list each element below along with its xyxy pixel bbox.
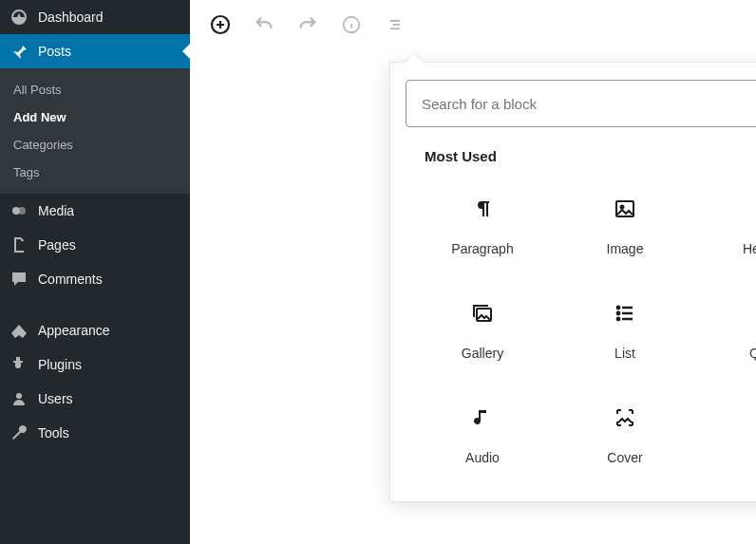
comments-icon xyxy=(9,270,28,289)
dashboard-icon xyxy=(9,8,28,27)
block-label: Cover xyxy=(607,450,642,465)
paragraph-icon xyxy=(471,197,494,220)
nav-plugins[interactable]: Plugins xyxy=(0,347,190,382)
submenu-add-new[interactable]: Add New xyxy=(0,103,190,131)
block-file[interactable]: File xyxy=(696,384,756,488)
block-label: Paragraph xyxy=(451,241,513,256)
nav-users[interactable]: Users xyxy=(0,382,190,416)
block-label: Image xyxy=(607,241,644,256)
media-icon xyxy=(9,201,28,220)
undo-button[interactable] xyxy=(253,13,275,36)
image-icon xyxy=(614,197,636,220)
nav-label: Plugins xyxy=(38,357,82,372)
section-title: Most Used xyxy=(425,148,497,164)
nav-posts[interactable]: Posts xyxy=(0,34,190,68)
svg-point-9 xyxy=(617,312,619,314)
svg-point-10 xyxy=(617,318,619,320)
submenu-tags[interactable]: Tags xyxy=(0,159,190,186)
submenu-categories[interactable]: Categories xyxy=(0,131,190,159)
block-label: Quote xyxy=(749,346,756,361)
nav-label: Posts xyxy=(38,44,71,59)
block-label: Heading xyxy=(743,241,756,256)
nav-label: Appearance xyxy=(38,323,110,338)
submenu-all-posts[interactable]: All Posts xyxy=(0,76,190,103)
nav-dashboard[interactable]: Dashboard xyxy=(0,0,190,34)
block-label: Audio xyxy=(465,450,500,465)
block-audio[interactable]: Audio xyxy=(411,384,554,488)
audio-icon xyxy=(471,406,494,429)
nav-appearance[interactable]: Appearance xyxy=(0,313,190,347)
block-quote[interactable]: Quote xyxy=(696,279,756,384)
info-button[interactable] xyxy=(340,13,363,36)
users-icon xyxy=(9,389,28,408)
most-used-section-header[interactable]: Most Used xyxy=(390,137,756,175)
block-heading[interactable]: Heading xyxy=(696,175,756,279)
svg-point-2 xyxy=(16,393,22,399)
nav-comments[interactable]: Comments xyxy=(0,262,190,296)
block-image[interactable]: Image xyxy=(554,175,696,279)
appearance-icon xyxy=(9,321,28,340)
pages-icon xyxy=(9,235,28,254)
svg-point-1 xyxy=(18,207,26,215)
block-cover[interactable]: Cover xyxy=(554,384,696,488)
editor-main: a block Most Used Paragraph Image Headin… xyxy=(190,0,756,544)
block-label: Gallery xyxy=(462,346,503,361)
list-icon xyxy=(614,302,636,325)
block-gallery[interactable]: Gallery xyxy=(411,279,554,384)
redo-button[interactable] xyxy=(296,13,319,36)
pin-icon xyxy=(9,42,28,61)
outline-button[interactable] xyxy=(384,13,406,36)
nav-label: Tools xyxy=(38,425,69,441)
editor-toolbar xyxy=(190,0,756,49)
plugins-icon xyxy=(9,355,28,374)
admin-sidebar: Dashboard Posts All Posts Add New Catego… xyxy=(0,0,190,544)
svg-point-8 xyxy=(617,307,619,309)
block-inserter-panel: Most Used Paragraph Image Heading Galler… xyxy=(389,62,756,502)
cover-icon xyxy=(614,406,636,429)
block-paragraph[interactable]: Paragraph xyxy=(411,175,554,279)
block-grid: Paragraph Image Heading Gallery List Quo… xyxy=(390,175,756,501)
svg-point-6 xyxy=(621,206,624,209)
nav-label: Users xyxy=(38,391,73,406)
tools-icon xyxy=(9,423,28,442)
nav-label: Dashboard xyxy=(38,9,104,25)
gallery-icon xyxy=(471,302,494,325)
nav-label: Pages xyxy=(38,237,76,253)
block-label: List xyxy=(614,346,635,361)
nav-pages[interactable]: Pages xyxy=(0,228,190,262)
nav-media[interactable]: Media xyxy=(0,194,190,228)
block-list[interactable]: List xyxy=(554,279,696,384)
block-search-input[interactable] xyxy=(406,80,756,127)
nav-tools[interactable]: Tools xyxy=(0,416,190,450)
posts-submenu: All Posts Add New Categories Tags xyxy=(0,68,190,194)
nav-label: Media xyxy=(38,203,74,218)
add-block-button[interactable] xyxy=(209,13,232,36)
nav-label: Comments xyxy=(38,272,103,287)
